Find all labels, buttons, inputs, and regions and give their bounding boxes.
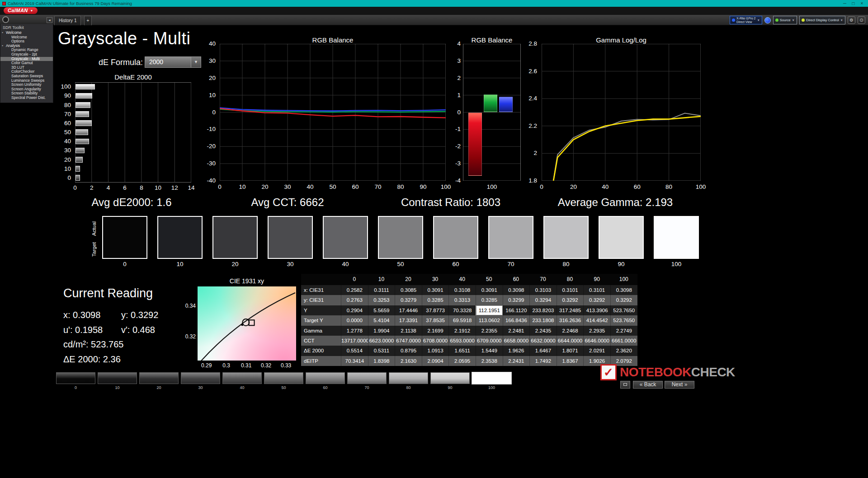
level-button-20[interactable]: [139, 372, 179, 384]
swatch-label: 90: [599, 261, 644, 267]
next-button[interactable]: Next »: [665, 381, 694, 389]
table-cell: 6593.0000: [448, 336, 476, 346]
table-cell: 13717.0000: [341, 336, 368, 346]
table-col-header-90: 90: [583, 274, 610, 285]
level-button-40[interactable]: [222, 372, 262, 384]
deltae-x-tick: 0: [70, 184, 80, 191]
minimize-button[interactable]: ─: [841, 1, 849, 6]
rgb-line-y-tick: -40: [203, 177, 216, 184]
rgb-line-x-tick: 20: [259, 183, 271, 190]
rgb-line-x-tick: 60: [349, 183, 362, 190]
swatch-20: 20: [212, 216, 258, 267]
level-label-70: 70: [347, 385, 387, 390]
settings-gear-button[interactable]: ⚙: [848, 16, 855, 24]
table-cell: 233.1808: [529, 315, 557, 325]
deltae-plot: [75, 82, 191, 183]
sidebar-collapse-button[interactable]: ◄: [47, 17, 52, 23]
gamma-x-tick: 80: [663, 183, 675, 190]
meter-display-control[interactable]: Direct Display Control ▼: [799, 16, 845, 24]
tab-history-1[interactable]: History 1: [54, 16, 81, 25]
session-status-icon[interactable]: [2, 16, 9, 23]
table-cell: 523.7650: [610, 305, 637, 315]
add-tab-button[interactable]: +: [84, 16, 92, 25]
sidebar-item-color-gamut[interactable]: Color Gamut: [0, 61, 53, 66]
rgb-line-x-tick: 10: [236, 183, 249, 190]
gamma-chart-title: Gamma Log/Log: [542, 36, 701, 44]
table-cell: 166.8436: [503, 315, 530, 325]
table-cell: 6709.0000: [476, 336, 503, 346]
meter-xrite[interactable]: X-Rite i1Pro 2 Direct View ▼: [730, 16, 762, 24]
swatch-row-label-actual: Actual: [91, 219, 97, 239]
cie-x-tick: 0.31: [240, 362, 253, 369]
close-button[interactable]: ×: [858, 1, 866, 6]
power-button[interactable]: ⊙: [858, 16, 865, 24]
level-button-100[interactable]: [472, 372, 511, 384]
table-cell: 233.8203: [529, 305, 557, 315]
swatch-100: 100: [654, 216, 699, 267]
meter-source[interactable]: Source ▼: [773, 16, 797, 24]
brand-part-2: CHECK: [691, 365, 735, 379]
level-button-90[interactable]: [430, 372, 470, 384]
level-label-100: 100: [472, 385, 511, 390]
sidebar-section-analysis[interactable]: ▾Analysis: [0, 44, 53, 48]
meter-source-label: Source: [780, 18, 791, 22]
level-buttons: [56, 372, 511, 384]
table-cell: 0.3299: [503, 295, 530, 305]
swatch-color-20: [212, 216, 258, 259]
table-cell: 2.2749: [610, 326, 637, 336]
sidebar-item-spectral-power-dist[interactable]: Spectral Power Dist.: [0, 96, 53, 100]
gamma-x-tick: 40: [599, 183, 612, 190]
swatch-0: 0: [102, 216, 147, 267]
caret-down-icon: ▾: [2, 44, 3, 48]
swatch-40: 40: [323, 216, 368, 267]
level-label-40: 40: [222, 385, 262, 390]
back-button[interactable]: « Back: [633, 381, 663, 389]
level-button-80[interactable]: [389, 372, 428, 384]
table-cell: 166.1120: [503, 305, 530, 315]
level-label-90: 90: [430, 385, 470, 390]
table-cell: 317.2485: [557, 305, 584, 315]
table-cell: 0.3085: [395, 285, 422, 295]
maximize-button[interactable]: □: [849, 1, 857, 6]
calman-menu-button[interactable]: CalMAN ▼: [4, 7, 38, 14]
rgb-bar-x-tick: 100: [463, 183, 521, 190]
table-cell: 2.1912: [448, 326, 476, 336]
level-button-50[interactable]: [264, 372, 303, 384]
level-button-60[interactable]: [306, 372, 345, 384]
reading-de2000: ΔE 2000: 2.36: [63, 352, 121, 367]
swatch-label: 70: [488, 261, 533, 267]
level-button-30[interactable]: [181, 372, 220, 384]
table-cell: 0.3091: [476, 285, 503, 295]
table-cell: 414.4542: [583, 315, 610, 325]
sidebar-item-welcome[interactable]: Welcome: [0, 35, 53, 40]
de-formula-select[interactable]: 2000 ▼: [145, 56, 201, 68]
rgb-bar-y-tick: -3: [453, 160, 461, 167]
gamma-y-tick: 2.6: [524, 68, 537, 75]
gamma-y-tick: 2.8: [524, 40, 537, 47]
rgb-bar-green: [484, 94, 497, 112]
level-button-10[interactable]: [98, 372, 137, 384]
gamma-y-tick: 1.8: [524, 177, 537, 184]
swatch-color-50: [378, 216, 423, 259]
rgb-bar-y-tick: 2: [453, 75, 461, 81]
sidebar-section-welcome[interactable]: ▾Welcome: [0, 31, 53, 35]
rgb-line-y-tick: 20: [203, 75, 216, 81]
cie-x-tick: 0.32: [259, 362, 273, 369]
table-row-label-target-y: Target Y: [301, 315, 341, 325]
restore-view-button[interactable]: [620, 381, 630, 389]
deltae-y-tick: 100: [61, 83, 71, 90]
stat-avg-gamma: Average Gamma: 2.193: [542, 196, 689, 209]
gamma-x-tick: 0: [535, 183, 548, 190]
level-button-0[interactable]: [56, 372, 95, 384]
rgb-line-y-tick: -30: [203, 160, 216, 167]
table-cell: 2.2468: [557, 326, 584, 336]
table-cell: 2.0595: [448, 356, 476, 366]
level-button-70[interactable]: [347, 372, 387, 384]
notebookcheck-wordmark: NOTEBOOKCHECK: [620, 365, 735, 380]
table-cell: 316.2636: [557, 315, 584, 325]
rgb-line-x-tick: 70: [372, 183, 384, 190]
table-cell: 6644.0000: [557, 336, 584, 346]
deltae-bar-100: [75, 84, 95, 90]
rgb-bar-chart-title: RGB Balance: [463, 36, 521, 44]
table-cell: 1.8398: [368, 356, 395, 366]
